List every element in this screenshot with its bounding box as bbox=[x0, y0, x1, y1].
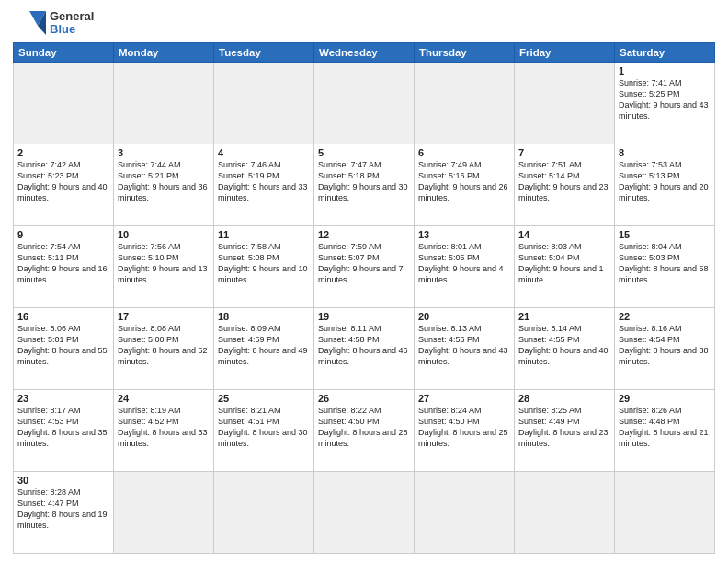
day-info: Sunrise: 7:46 AM Sunset: 5:19 PM Dayligh… bbox=[218, 159, 310, 204]
header: General Blue bbox=[13, 9, 715, 37]
day-info: Sunrise: 8:14 AM Sunset: 4:55 PM Dayligh… bbox=[518, 323, 610, 368]
day-number: 16 bbox=[17, 311, 109, 322]
day-info: Sunrise: 7:47 AM Sunset: 5:18 PM Dayligh… bbox=[318, 159, 410, 204]
weekday-header-row: SundayMondayTuesdayWednesdayThursdayFrid… bbox=[14, 43, 715, 63]
calendar-cell: 9Sunrise: 7:54 AM Sunset: 5:11 PM Daylig… bbox=[14, 226, 114, 308]
day-info: Sunrise: 8:17 AM Sunset: 4:53 PM Dayligh… bbox=[17, 405, 109, 450]
day-number: 18 bbox=[218, 311, 310, 322]
day-number: 26 bbox=[318, 393, 410, 404]
calendar-cell: 28Sunrise: 8:25 AM Sunset: 4:49 PM Dayli… bbox=[515, 390, 615, 472]
day-number: 15 bbox=[619, 229, 711, 240]
day-info: Sunrise: 7:54 AM Sunset: 5:11 PM Dayligh… bbox=[17, 241, 109, 286]
day-number: 10 bbox=[118, 229, 210, 240]
calendar-cell bbox=[515, 63, 615, 144]
calendar-cell: 7Sunrise: 7:51 AM Sunset: 5:14 PM Daylig… bbox=[515, 144, 615, 226]
calendar-cell: 24Sunrise: 8:19 AM Sunset: 4:52 PM Dayli… bbox=[114, 390, 214, 472]
calendar-cell bbox=[615, 472, 715, 554]
day-info: Sunrise: 8:25 AM Sunset: 4:49 PM Dayligh… bbox=[518, 405, 610, 450]
day-info: Sunrise: 8:26 AM Sunset: 4:48 PM Dayligh… bbox=[619, 405, 711, 450]
day-number: 2 bbox=[17, 147, 109, 158]
day-number: 3 bbox=[118, 147, 210, 158]
calendar-cell: 10Sunrise: 7:56 AM Sunset: 5:10 PM Dayli… bbox=[114, 226, 214, 308]
week-row-1: 1Sunrise: 7:41 AM Sunset: 5:25 PM Daylig… bbox=[14, 63, 715, 144]
calendar-cell: 23Sunrise: 8:17 AM Sunset: 4:53 PM Dayli… bbox=[14, 390, 114, 472]
day-number: 9 bbox=[17, 229, 109, 240]
calendar-cell: 15Sunrise: 8:04 AM Sunset: 5:03 PM Dayli… bbox=[615, 226, 715, 308]
calendar-cell: 27Sunrise: 8:24 AM Sunset: 4:50 PM Dayli… bbox=[415, 390, 515, 472]
day-info: Sunrise: 8:16 AM Sunset: 4:54 PM Dayligh… bbox=[619, 323, 711, 368]
day-info: Sunrise: 8:21 AM Sunset: 4:51 PM Dayligh… bbox=[218, 405, 310, 450]
day-info: Sunrise: 8:28 AM Sunset: 4:47 PM Dayligh… bbox=[17, 487, 109, 532]
calendar-cell bbox=[114, 472, 214, 554]
day-number: 5 bbox=[318, 147, 410, 158]
day-number: 17 bbox=[118, 311, 210, 322]
calendar-cell bbox=[314, 63, 415, 144]
day-info: Sunrise: 7:41 AM Sunset: 5:25 PM Dayligh… bbox=[619, 77, 711, 122]
weekday-header-sunday: Sunday bbox=[14, 43, 114, 63]
weekday-header-saturday: Saturday bbox=[615, 43, 715, 63]
calendar-cell bbox=[515, 472, 615, 554]
calendar-cell bbox=[415, 472, 515, 554]
page: General Blue SundayMondayTuesdayWednesda… bbox=[0, 0, 728, 563]
calendar-cell: 22Sunrise: 8:16 AM Sunset: 4:54 PM Dayli… bbox=[615, 308, 715, 390]
calendar-cell bbox=[314, 472, 415, 554]
calendar-cell: 4Sunrise: 7:46 AM Sunset: 5:19 PM Daylig… bbox=[214, 144, 314, 226]
day-info: Sunrise: 8:24 AM Sunset: 4:50 PM Dayligh… bbox=[418, 405, 510, 450]
day-number: 30 bbox=[17, 475, 109, 486]
week-row-5: 23Sunrise: 8:17 AM Sunset: 4:53 PM Dayli… bbox=[14, 390, 715, 472]
day-number: 12 bbox=[318, 229, 410, 240]
day-number: 23 bbox=[17, 393, 109, 404]
calendar-cell bbox=[214, 63, 314, 144]
day-info: Sunrise: 8:06 AM Sunset: 5:01 PM Dayligh… bbox=[17, 323, 109, 368]
calendar-cell: 26Sunrise: 8:22 AM Sunset: 4:50 PM Dayli… bbox=[314, 390, 415, 472]
weekday-header-monday: Monday bbox=[114, 43, 214, 63]
day-number: 14 bbox=[518, 229, 610, 240]
day-number: 19 bbox=[318, 311, 410, 322]
calendar-cell: 29Sunrise: 8:26 AM Sunset: 4:48 PM Dayli… bbox=[615, 390, 715, 472]
day-number: 13 bbox=[418, 229, 510, 240]
day-number: 28 bbox=[518, 393, 610, 404]
day-info: Sunrise: 7:49 AM Sunset: 5:16 PM Dayligh… bbox=[418, 159, 510, 204]
day-number: 1 bbox=[619, 65, 711, 76]
week-row-6: 30Sunrise: 8:28 AM Sunset: 4:47 PM Dayli… bbox=[14, 472, 715, 554]
calendar-cell: 14Sunrise: 8:03 AM Sunset: 5:04 PM Dayli… bbox=[515, 226, 615, 308]
calendar-cell: 16Sunrise: 8:06 AM Sunset: 5:01 PM Dayli… bbox=[14, 308, 114, 390]
week-row-4: 16Sunrise: 8:06 AM Sunset: 5:01 PM Dayli… bbox=[14, 308, 715, 390]
logo-container: General Blue bbox=[13, 9, 94, 37]
day-info: Sunrise: 8:22 AM Sunset: 4:50 PM Dayligh… bbox=[318, 405, 410, 450]
calendar-cell: 19Sunrise: 8:11 AM Sunset: 4:58 PM Dayli… bbox=[314, 308, 415, 390]
logo: General Blue bbox=[13, 9, 94, 37]
day-info: Sunrise: 7:53 AM Sunset: 5:13 PM Dayligh… bbox=[619, 159, 711, 204]
calendar-cell: 1Sunrise: 7:41 AM Sunset: 5:25 PM Daylig… bbox=[615, 63, 715, 144]
calendar-cell: 11Sunrise: 7:58 AM Sunset: 5:08 PM Dayli… bbox=[214, 226, 314, 308]
calendar-cell bbox=[415, 63, 515, 144]
calendar-cell: 6Sunrise: 7:49 AM Sunset: 5:16 PM Daylig… bbox=[415, 144, 515, 226]
calendar-cell: 25Sunrise: 8:21 AM Sunset: 4:51 PM Dayli… bbox=[214, 390, 314, 472]
day-info: Sunrise: 8:01 AM Sunset: 5:05 PM Dayligh… bbox=[418, 241, 510, 286]
day-info: Sunrise: 7:58 AM Sunset: 5:08 PM Dayligh… bbox=[218, 241, 310, 286]
calendar-cell: 21Sunrise: 8:14 AM Sunset: 4:55 PM Dayli… bbox=[515, 308, 615, 390]
day-info: Sunrise: 7:59 AM Sunset: 5:07 PM Dayligh… bbox=[318, 241, 410, 286]
calendar-cell: 20Sunrise: 8:13 AM Sunset: 4:56 PM Dayli… bbox=[415, 308, 515, 390]
calendar-cell: 3Sunrise: 7:44 AM Sunset: 5:21 PM Daylig… bbox=[114, 144, 214, 226]
calendar-cell: 2Sunrise: 7:42 AM Sunset: 5:23 PM Daylig… bbox=[14, 144, 114, 226]
week-row-2: 2Sunrise: 7:42 AM Sunset: 5:23 PM Daylig… bbox=[14, 144, 715, 226]
day-info: Sunrise: 8:08 AM Sunset: 5:00 PM Dayligh… bbox=[118, 323, 210, 368]
day-number: 6 bbox=[418, 147, 510, 158]
day-info: Sunrise: 7:51 AM Sunset: 5:14 PM Dayligh… bbox=[518, 159, 610, 204]
day-info: Sunrise: 8:09 AM Sunset: 4:59 PM Dayligh… bbox=[218, 323, 310, 368]
weekday-header-friday: Friday bbox=[515, 43, 615, 63]
calendar-cell bbox=[114, 63, 214, 144]
day-number: 22 bbox=[619, 311, 711, 322]
weekday-header-tuesday: Tuesday bbox=[214, 43, 314, 63]
weekday-header-thursday: Thursday bbox=[415, 43, 515, 63]
day-info: Sunrise: 8:03 AM Sunset: 5:04 PM Dayligh… bbox=[518, 241, 610, 286]
day-number: 21 bbox=[518, 311, 610, 322]
day-info: Sunrise: 8:19 AM Sunset: 4:52 PM Dayligh… bbox=[118, 405, 210, 450]
calendar-cell bbox=[214, 472, 314, 554]
calendar-cell: 30Sunrise: 8:28 AM Sunset: 4:47 PM Dayli… bbox=[14, 472, 114, 554]
day-info: Sunrise: 7:44 AM Sunset: 5:21 PM Dayligh… bbox=[118, 159, 210, 204]
calendar-cell: 13Sunrise: 8:01 AM Sunset: 5:05 PM Dayli… bbox=[415, 226, 515, 308]
day-number: 8 bbox=[619, 147, 711, 158]
weekday-header-wednesday: Wednesday bbox=[314, 43, 415, 63]
